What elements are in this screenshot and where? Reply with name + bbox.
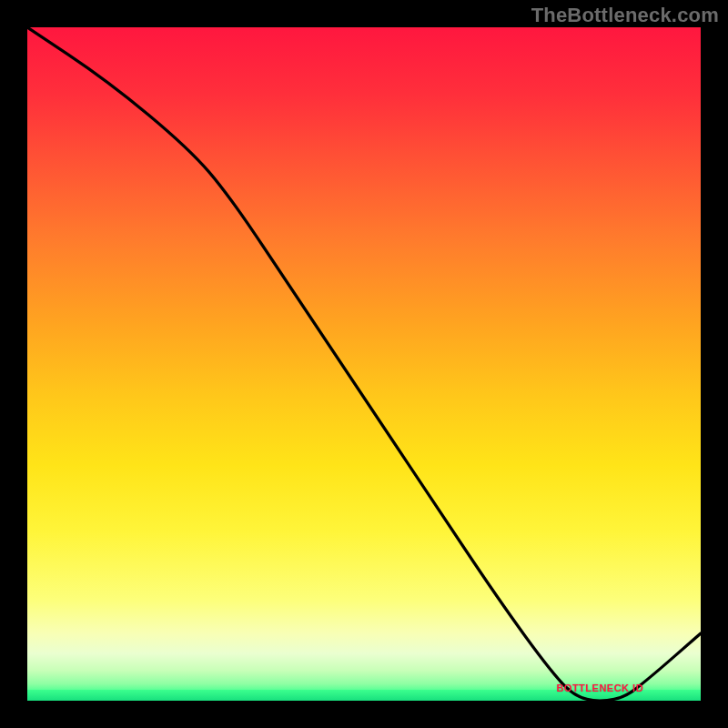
bottleneck-curve-svg — [27, 27, 701, 701]
plot-area: BOTTLENECK ID — [27, 27, 701, 701]
bottleneck-curve-path — [27, 27, 701, 701]
attribution-label: TheBottleneck.com — [531, 4, 719, 27]
watermark-label: BOTTLENECK ID — [556, 682, 643, 693]
